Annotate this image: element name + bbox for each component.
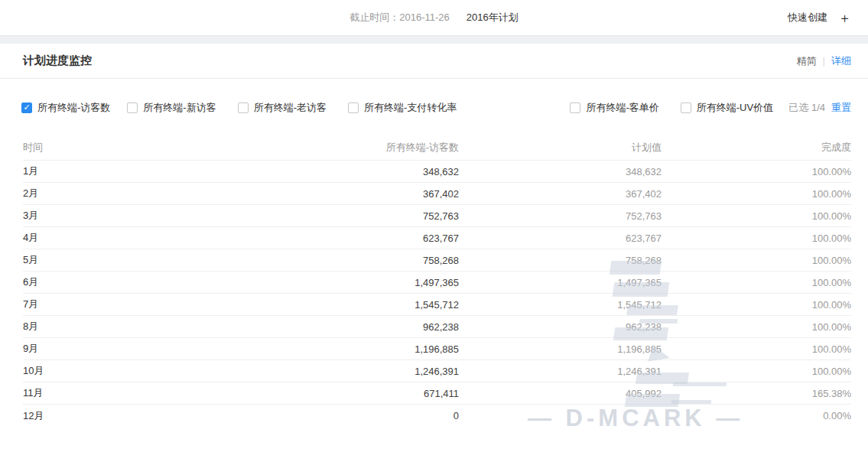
cell-metric-value: 1,196,885 xyxy=(76,343,459,355)
quick-create-label: 快速创建 xyxy=(788,11,827,24)
cell-plan-value: 758,268 xyxy=(459,255,662,266)
cell-completion: 100.00% xyxy=(662,166,851,177)
filter-label: 所有终端-新访客 xyxy=(143,101,216,115)
quick-create-button[interactable]: 快速创建 ＋ xyxy=(788,11,868,24)
cell-month: 5月 xyxy=(23,253,76,267)
cell-metric-value: 0 xyxy=(76,410,459,421)
page-background-band xyxy=(0,36,868,44)
metric-filter-checkbox[interactable]: 所有终端-新访客 xyxy=(127,101,216,115)
cell-metric-value: 367,402 xyxy=(76,188,459,200)
cell-month: 7月 xyxy=(23,298,76,311)
filter-label: 所有终端-UV价值 xyxy=(697,101,773,115)
cell-metric-value: 671,411 xyxy=(76,388,459,399)
top-bar: 截止时间：2016-11-26 2016年计划 快速创建 ＋ xyxy=(0,0,868,36)
cell-completion: 100.00% xyxy=(662,210,851,222)
cell-completion: 100.00% xyxy=(662,366,851,377)
col-header-completion: 完成度 xyxy=(662,141,851,155)
cell-completion: 165.38% xyxy=(662,388,851,399)
filter-label: 所有终端-访客数 xyxy=(37,101,110,115)
cell-metric-value: 1,545,712 xyxy=(76,299,459,311)
cell-completion: 100.00% xyxy=(662,299,851,311)
cell-completion: 100.00% xyxy=(662,188,851,200)
cell-completion: 100.00% xyxy=(662,343,851,355)
cell-metric-value: 962,238 xyxy=(76,321,459,333)
metric-filter-checkbox[interactable]: 所有终端-老访客 xyxy=(238,101,327,115)
filter-info: 已选 1/4 重置 xyxy=(788,101,851,115)
cell-metric-value: 1,497,365 xyxy=(76,277,459,288)
metric-filter-row: 所有终端-访客数 所有终端-新访客 所有终端-老访客 所有终端-支付转化率 所有… xyxy=(0,100,868,116)
selected-count-label: 已选 1/4 xyxy=(788,101,825,115)
checkbox-icon[interactable] xyxy=(348,102,359,113)
metric-filter-checkbox[interactable]: 所有终端-客单价 xyxy=(570,101,658,115)
cell-month: 2月 xyxy=(23,187,76,200)
cell-completion: 100.00% xyxy=(662,277,851,288)
col-header-metric: 所有终端-访客数 xyxy=(76,141,459,155)
cell-completion: 0.00% xyxy=(662,410,851,421)
plan-name-tab[interactable]: 2016年计划 xyxy=(467,11,519,24)
cell-plan-value: 348,632 xyxy=(459,166,662,177)
filter-label: 所有终端-客单价 xyxy=(586,101,658,115)
view-detail-link[interactable]: 详细 xyxy=(831,54,851,68)
cell-month: 3月 xyxy=(23,209,76,223)
deadline-label: 截止时间：2016-11-26 xyxy=(349,11,450,24)
table-row: 10月 1,246,391 1,246,391 100.00% xyxy=(23,360,851,382)
filter-label: 所有终端-支付转化率 xyxy=(364,101,457,115)
cell-month: 10月 xyxy=(23,364,76,378)
table-row: 12月 0 0.00% xyxy=(23,405,851,427)
table-row: 9月 1,196,885 1,196,885 100.00% xyxy=(23,338,851,360)
cell-month: 4月 xyxy=(23,231,76,245)
cell-plan-value: 1,196,885 xyxy=(459,343,662,355)
cell-month: 12月 xyxy=(23,409,76,423)
panel-title: 计划进度监控 xyxy=(23,54,92,68)
cell-metric-value: 348,632 xyxy=(76,166,459,177)
topbar-center-group: 截止时间：2016-11-26 2016年计划 xyxy=(0,0,868,35)
plus-icon: ＋ xyxy=(838,11,851,24)
checkbox-icon[interactable] xyxy=(127,102,138,113)
filter-label: 所有终端-老访客 xyxy=(254,101,327,115)
table-row: 7月 1,545,712 1,545,712 100.00% xyxy=(23,294,851,316)
cell-completion: 100.00% xyxy=(662,255,851,266)
reset-button[interactable]: 重置 xyxy=(831,101,851,115)
plan-table: 时间 所有终端-访客数 计划值 完成度 1月 348,632 348,632 1… xyxy=(0,135,868,427)
table-header-row: 时间 所有终端-访客数 计划值 完成度 xyxy=(23,135,851,161)
view-simple-link[interactable]: 精简 xyxy=(797,54,817,68)
cell-month: 9月 xyxy=(23,342,76,356)
checkbox-icon[interactable] xyxy=(570,102,580,113)
checkbox-icon[interactable] xyxy=(238,102,249,113)
cell-completion: 100.00% xyxy=(662,321,851,333)
table-row: 4月 623,767 623,767 100.00% xyxy=(23,227,851,249)
cell-plan-value: 405,992 xyxy=(459,388,662,399)
metric-filter-checkbox[interactable]: 所有终端-访客数 xyxy=(21,101,110,115)
table-row: 5月 758,268 758,268 100.00% xyxy=(23,249,851,272)
table-row: 2月 367,402 367,402 100.00% xyxy=(23,183,851,205)
plan-progress-panel: 计划进度监控 精简 | 详细 所有终端-访客数 所有终端-新访客 所有终端-老访… xyxy=(0,44,868,449)
cell-month: 11月 xyxy=(23,386,76,400)
metric-filter-checkbox[interactable]: 所有终端-UV价值 xyxy=(681,101,773,115)
cell-month: 1月 xyxy=(23,164,76,178)
cell-month: 8月 xyxy=(23,320,76,333)
view-switch-divider: | xyxy=(823,55,825,67)
checkbox-icon[interactable] xyxy=(681,102,691,113)
col-header-time: 时间 xyxy=(23,141,76,155)
cell-plan-value: 623,767 xyxy=(459,233,662,244)
cell-metric-value: 1,246,391 xyxy=(76,366,459,377)
cell-completion: 100.00% xyxy=(662,233,851,244)
table-row: 11月 671,411 405,992 165.38% xyxy=(23,382,851,405)
cell-plan-value: 1,497,365 xyxy=(459,277,662,288)
cell-plan-value: 1,246,391 xyxy=(459,366,662,377)
cell-metric-value: 623,767 xyxy=(76,233,459,244)
cell-month: 6月 xyxy=(23,275,76,289)
table-row: 1月 348,632 348,632 100.00% xyxy=(23,161,851,183)
table-row: 8月 962,238 962,238 100.00% xyxy=(23,316,851,338)
cell-metric-value: 752,763 xyxy=(76,210,459,222)
cell-plan-value: 752,763 xyxy=(459,210,662,222)
cell-plan-value: 1,545,712 xyxy=(459,299,662,311)
table-row: 6月 1,497,365 1,497,365 100.00% xyxy=(23,272,851,294)
cell-plan-value: 367,402 xyxy=(459,188,662,200)
col-header-plan: 计划值 xyxy=(459,141,662,155)
table-row: 3月 752,763 752,763 100.00% xyxy=(23,205,851,227)
cell-plan-value: 962,238 xyxy=(459,321,662,333)
cell-metric-value: 758,268 xyxy=(76,255,459,266)
checkbox-icon[interactable] xyxy=(21,102,32,113)
metric-filter-checkbox[interactable]: 所有终端-支付转化率 xyxy=(348,101,457,115)
